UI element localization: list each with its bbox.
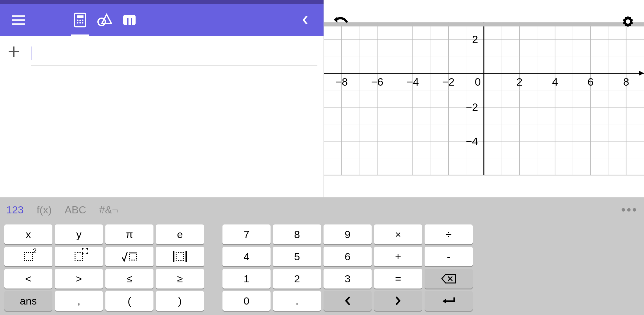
virtual-keyboard: 123 f(x) ABC #&¬ ••• xyπe<>≤≥ans,() 789×… [0,197,644,315]
svg-point-12 [98,18,105,26]
key-enter[interactable] [425,291,473,311]
hamburger-icon [12,15,25,25]
key-.[interactable]: . [273,291,321,311]
key-=[interactable]: = [374,269,422,289]
svg-marker-49 [639,71,644,76]
shapes-icon [97,13,112,27]
key-5[interactable]: 5 [273,247,321,266]
input-area [0,36,324,197]
svg-rect-2 [12,23,25,25]
expression-input[interactable] [31,44,317,66]
key-×[interactable]: × [374,224,422,244]
view-tools-button[interactable] [92,8,117,32]
svg-text:2: 2 [472,33,478,45]
key-≥[interactable]: ≥ [156,269,204,289]
keyboard-tabs: 123 f(x) ABC #&¬ ••• [0,197,644,222]
key-1[interactable]: 1 [222,269,271,289]
key-([interactable]: ( [105,291,153,311]
key-abs[interactable] [156,247,204,266]
svg-text:0: 0 [475,76,481,88]
calculator-icon [74,13,86,27]
key--[interactable]: - [425,247,473,266]
plus-icon [9,46,19,57]
keyboard-left-block: xyπe<>≤≥ans,() [4,224,204,311]
svg-point-8 [77,22,79,24]
svg-text:4: 4 [552,76,558,88]
key->[interactable]: > [55,269,103,289]
svg-text:8: 8 [623,76,630,88]
key-+[interactable]: + [374,247,422,266]
svg-point-6 [79,20,81,21]
top-region: −8−6−4−2024682−2−4 [0,0,644,197]
key-sqrt[interactable] [105,247,153,266]
graph-canvas[interactable]: −8−6−4−2024682−2−4 [324,0,644,197]
key-0[interactable]: 0 [222,291,271,311]
svg-point-7 [82,20,84,21]
svg-point-5 [77,20,79,21]
key-9[interactable]: 9 [324,224,372,244]
cursor-caret [31,46,31,60]
svg-text:−2: −2 [442,76,454,88]
key-8[interactable]: 8 [273,224,321,244]
view-table-button[interactable] [117,8,142,32]
key-≤[interactable]: ≤ [105,269,153,289]
status-bar [0,0,324,4]
chevron-left-icon [302,16,308,24]
svg-text:2: 2 [516,76,523,88]
key-backspace[interactable] [425,269,473,289]
svg-text:6: 6 [588,76,594,88]
key-e[interactable]: e [156,224,204,244]
add-row-button[interactable] [6,44,22,59]
svg-point-9 [79,22,81,24]
keyboard-tab-functions[interactable]: f(x) [37,204,52,216]
keyboard-tab-numeric[interactable]: 123 [6,204,24,216]
keyboard-tab-letters[interactable]: ABC [65,204,86,216]
key-÷[interactable]: ÷ [425,224,473,244]
key-4[interactable]: 4 [222,247,271,266]
toolbar [0,4,324,36]
graph-panel[interactable]: −8−6−4−2024682−2−4 [324,0,644,197]
key-ans[interactable]: ans [4,291,52,311]
keyboard-tab-symbols[interactable]: #&¬ [99,204,118,216]
key-7[interactable]: 7 [222,224,271,244]
svg-rect-17 [9,51,19,52]
key-cursor-left[interactable] [324,291,372,311]
undo-button[interactable] [333,15,348,30]
svg-rect-0 [12,15,25,17]
svg-text:−4: −4 [407,76,419,88]
settings-button[interactable] [621,15,635,30]
key-x[interactable]: x [4,224,52,244]
key-,[interactable]: , [55,291,103,311]
svg-rect-62 [324,22,644,26]
undo-icon [333,15,348,26]
view-algebra-button[interactable] [68,8,92,32]
key-cursor-right[interactable] [374,291,422,311]
key-)[interactable]: ) [156,291,204,311]
enter-icon [442,297,455,305]
svg-rect-13 [123,15,136,25]
keyboard-more-button[interactable]: ••• [621,203,638,217]
key-power[interactable] [55,247,103,266]
key-<[interactable]: < [4,269,52,289]
svg-text:−6: −6 [371,76,383,88]
svg-rect-4 [77,15,84,18]
collapse-panel-button[interactable] [293,8,317,32]
key-square[interactable] [4,247,52,266]
svg-point-10 [82,22,84,24]
svg-marker-66 [442,299,446,304]
key-3[interactable]: 3 [324,269,372,289]
svg-point-63 [626,19,630,24]
keyboard-right-block: 789×÷456+-123=0. [222,224,473,311]
menu-button[interactable] [6,8,31,32]
svg-text:−8: −8 [336,76,348,88]
key-y[interactable]: y [55,224,103,244]
svg-text:−4: −4 [466,135,478,147]
svg-rect-14 [127,18,128,25]
gear-icon [621,15,635,28]
key-2[interactable]: 2 [273,269,321,289]
keyboard-keys: xyπe<>≤≥ans,() 789×÷456+-123=0. [0,222,644,315]
svg-rect-15 [131,18,132,25]
key-6[interactable]: 6 [324,247,372,266]
svg-text:−2: −2 [466,101,478,113]
key-π[interactable]: π [105,224,153,244]
